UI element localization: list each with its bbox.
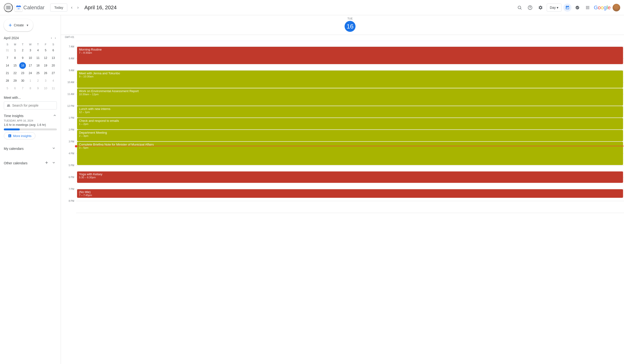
mini-cal-day[interactable]: 15 (12, 62, 18, 69)
time-label-7pm: 7 PM (61, 189, 76, 201)
menu-button[interactable] (4, 3, 13, 12)
create-button[interactable]: + Create ▾ (4, 19, 33, 31)
event-title: Meet with Jenna and Tokunbo (79, 71, 621, 75)
event-block[interactable]: Check and respond to emails1 – 2pm (77, 118, 623, 129)
mini-cal-day[interactable]: 14 (4, 62, 11, 69)
time-label-11am: 11 AM (61, 94, 76, 106)
event-block[interactable]: Meet with Jenna and Tokunbo9 – 10:30am (77, 70, 623, 88)
apps-button[interactable] (583, 3, 592, 12)
event-block[interactable]: Morning Routine7 – 8:30am (77, 47, 623, 64)
mini-cal-day[interactable]: 7 (19, 85, 26, 92)
mini-cal-day[interactable]: 1 (12, 47, 18, 54)
next-button[interactable]: › (75, 3, 81, 12)
mini-cal-day[interactable]: 9 (35, 85, 41, 92)
mini-cal-day[interactable]: 10 (42, 85, 49, 92)
mini-cal-day[interactable]: 13 (50, 55, 57, 61)
mini-cal-day[interactable]: 3 (27, 47, 33, 54)
my-calendars-header[interactable]: My calendars (0, 143, 61, 154)
mini-cal-day[interactable]: 31 (4, 47, 11, 54)
avatar[interactable] (613, 4, 620, 11)
people-icon (7, 104, 10, 107)
mini-cal-day[interactable]: 4 (50, 77, 57, 84)
mini-cal-day[interactable]: 2 (35, 77, 41, 84)
mini-cal-day[interactable]: 27 (50, 70, 57, 76)
mini-cal-day[interactable]: 5 (4, 85, 11, 92)
mini-cal-day[interactable]: 25 (35, 70, 41, 76)
mini-cal-day[interactable]: 10 (27, 55, 33, 61)
mini-cal-title: April 2024 (4, 36, 19, 40)
mini-cal-day[interactable]: 29 (12, 77, 18, 84)
mini-cal-day[interactable]: 8 (27, 85, 33, 92)
view-selector[interactable]: Day ▾ (547, 3, 561, 12)
insights-title: Time Insights (4, 114, 24, 118)
day-header-fri: F (42, 43, 49, 46)
tasks-view-button[interactable] (573, 3, 581, 12)
event-time: 7 – 7:45pm (79, 194, 621, 197)
mini-cal-day[interactable]: 23 (19, 70, 26, 76)
mini-cal-day-today[interactable]: 16 (19, 62, 26, 69)
mini-cal-next[interactable]: › (54, 35, 57, 41)
more-insights-label: More insights (13, 134, 31, 138)
mini-cal-day[interactable]: 8 (12, 55, 18, 61)
mini-cal-day[interactable]: 3 (42, 77, 49, 84)
my-calendars-collapse[interactable] (51, 145, 57, 152)
mini-cal-day[interactable]: 30 (19, 77, 26, 84)
search-people-input[interactable] (12, 104, 54, 107)
mini-cal-day[interactable]: 28 (4, 77, 11, 84)
help-button[interactable] (526, 3, 534, 12)
day-number[interactable]: 16 (345, 21, 356, 32)
mini-cal-day[interactable]: 12 (42, 55, 49, 61)
event-block[interactable]: Yoga with Kelsey5:30 – 6:30pm (77, 171, 623, 183)
time-label-text: 9 AM (69, 69, 74, 72)
other-calendars-collapse[interactable] (51, 159, 57, 166)
grid-row-8pm[interactable] (76, 201, 624, 213)
today-button[interactable]: Today (50, 3, 67, 12)
other-calendars-add[interactable] (44, 159, 50, 166)
mini-cal-day[interactable]: 6 (50, 47, 57, 54)
mini-cal-day[interactable]: 11 (35, 55, 41, 61)
time-label-1pm: 1 PM (61, 118, 76, 130)
time-label-spacer: GMT+01 (61, 35, 76, 47)
more-insights-button[interactable]: More insights (4, 132, 35, 139)
time-label-text: 8 AM (69, 57, 74, 60)
prev-button[interactable]: ‹ (69, 3, 75, 12)
other-calendars-title: Other calendars (4, 161, 27, 165)
mini-cal-day[interactable]: 19 (42, 62, 49, 69)
event-time: 9 – 10:30am (79, 75, 621, 78)
mini-cal-day[interactable]: 17 (27, 62, 33, 69)
calendar-view-button[interactable] (563, 3, 572, 12)
mini-cal-day[interactable]: 2 (19, 47, 26, 54)
mini-cal-day[interactable]: 18 (35, 62, 41, 69)
mini-cal-day[interactable]: 6 (12, 85, 18, 92)
mini-cal-day[interactable]: 24 (27, 70, 33, 76)
mini-cal-day[interactable]: 7 (4, 55, 11, 61)
search-button[interactable] (515, 3, 524, 12)
mini-cal-day[interactable]: 20 (50, 62, 57, 69)
mini-cal-day[interactable]: 1 (27, 77, 33, 84)
time-label-4pm: 4 PM (61, 154, 76, 165)
time-label-2pm: 2 PM (61, 130, 76, 142)
mini-cal-day[interactable]: 21 (4, 70, 11, 76)
mini-cal-day[interactable]: 5 (42, 47, 49, 54)
event-block[interactable]: Complete Briefing Note for Minister of M… (77, 142, 623, 165)
day-header-mon: M (11, 43, 19, 46)
time-label-3pm: 3 PM (61, 142, 76, 154)
event-block[interactable]: (No title)7 – 7:45pm (77, 189, 623, 198)
insights-icon (8, 134, 12, 138)
settings-button[interactable] (536, 3, 545, 12)
mini-cal-day[interactable]: 22 (12, 70, 18, 76)
search-people-container[interactable] (4, 101, 57, 110)
event-block[interactable]: Work on Environmental Assessment Report1… (77, 88, 623, 106)
mini-cal-day[interactable]: 11 (50, 85, 57, 92)
event-block[interactable]: Department Meeting2 – 3pm (77, 130, 623, 141)
my-calendars-title: My calendars (4, 147, 24, 151)
other-calendars-header[interactable]: Other calendars (0, 158, 61, 168)
mini-cal-prev[interactable]: ‹ (50, 35, 53, 41)
mini-cal-header: April 2024 ‹ › (4, 35, 57, 41)
time-label-10am: 10 AM (61, 82, 76, 94)
mini-cal-day[interactable]: 26 (42, 70, 49, 76)
event-block[interactable]: Lunch with new interns12 – 1pm (77, 106, 623, 117)
mini-cal-day[interactable]: 4 (35, 47, 41, 54)
insights-collapse-button[interactable] (52, 113, 57, 118)
mini-cal-day[interactable]: 9 (19, 55, 26, 61)
